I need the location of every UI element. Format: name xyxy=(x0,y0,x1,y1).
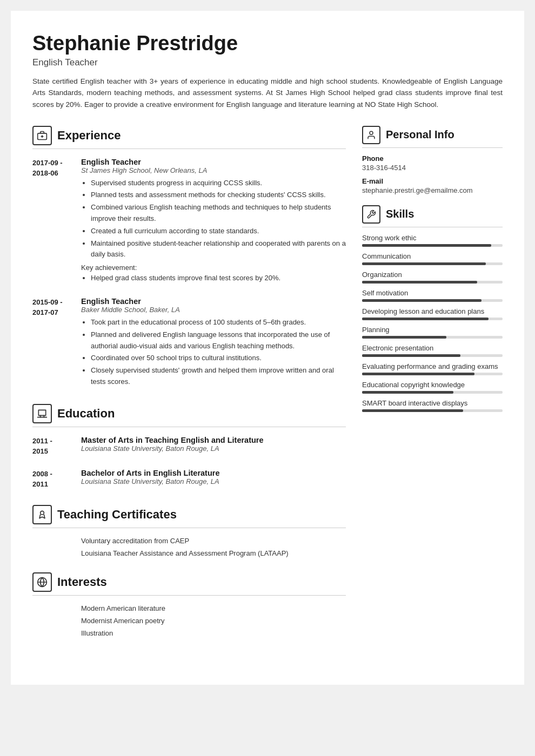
skills-divider xyxy=(362,227,503,227)
skill-item-4: Developing lesson and education plans xyxy=(362,307,503,320)
skill-name-2: Organization xyxy=(362,271,503,279)
skill-bar-bg-4 xyxy=(362,318,503,320)
education-header: Education xyxy=(32,404,346,423)
certificates-divider xyxy=(32,528,346,528)
entry-date-2: 2015-09 - 2017-07 xyxy=(32,297,76,389)
bullets-2: Took part in the educational process of … xyxy=(81,317,346,388)
skill-item-5: Planning xyxy=(362,326,503,339)
job-title-1: English Teacher xyxy=(81,158,346,166)
skill-name-8: Educational copyright knowledge xyxy=(362,381,503,389)
skill-bar-fill-9 xyxy=(362,409,463,412)
skill-name-4: Developing lesson and education plans xyxy=(362,307,503,315)
skill-bar-fill-3 xyxy=(362,299,482,302)
skill-bar-fill-1 xyxy=(362,262,486,265)
skill-item-8: Educational copyright knowledge xyxy=(362,381,503,394)
phone-value: 318-316-4514 xyxy=(362,164,503,172)
personal-info-title: Personal Info xyxy=(386,129,454,141)
key-achievement-label-1: Key achievement: xyxy=(81,264,346,272)
experience-section: Experience 2017-09 - 2018-06 English Tea… xyxy=(32,126,346,389)
interests-section: Interests Modern American literature Mod… xyxy=(32,572,346,637)
org-2: Baker Middle School, Baker, LA xyxy=(81,306,346,314)
skill-bar-bg-3 xyxy=(362,299,503,302)
cert-item-1: Voluntary accreditation from CAEP xyxy=(32,537,346,545)
skill-bar-fill-0 xyxy=(362,244,491,247)
header-section: Stephanie Prestridge English Teacher Sta… xyxy=(32,32,503,111)
skill-name-0: Strong work ethic xyxy=(362,234,503,242)
key-achievement-1: Helped grad class students improve final… xyxy=(81,273,346,284)
degree-2: Bachelor of Arts in English Literature xyxy=(81,469,346,477)
left-column: Experience 2017-09 - 2018-06 English Tea… xyxy=(32,126,346,652)
list-item: Helped grad class students improve final… xyxy=(91,273,346,284)
interest-item-2: Modernist American poetry xyxy=(32,617,346,625)
interests-divider xyxy=(32,595,346,596)
candidate-name: Stephanie Prestridge xyxy=(32,32,503,55)
skill-bar-bg-1 xyxy=(362,262,503,265)
skill-bar-fill-7 xyxy=(362,373,474,375)
education-entry-2: 2008 - 2011 Bachelor of Arts in English … xyxy=(32,469,346,490)
skill-bar-bg-7 xyxy=(362,373,503,375)
education-title: Education xyxy=(57,407,115,421)
education-entry-1: 2011 - 2015 Master of Arts in Teaching E… xyxy=(32,436,346,457)
list-item: Planned and delivered English language l… xyxy=(91,329,346,352)
entry-content-2: English Teacher Baker Middle School, Bak… xyxy=(81,297,346,389)
list-item: Combined various English teaching method… xyxy=(91,202,346,225)
skill-bar-bg-0 xyxy=(362,244,503,247)
edu-org-2: Louisiana State University, Baton Rouge,… xyxy=(81,477,346,485)
list-item: Closely supervised students' growth and … xyxy=(91,365,346,388)
cert-item-2: Louisiana Teacher Assistance and Assessm… xyxy=(32,549,346,557)
personal-info-section: Personal Info Phone 318-316-4514 E-mail … xyxy=(362,126,503,194)
job-title-2: English Teacher xyxy=(81,297,346,306)
skill-item-3: Self motivation xyxy=(362,289,503,302)
skill-bar-bg-5 xyxy=(362,336,503,339)
interests-header: Interests xyxy=(32,572,346,592)
skills-container: Strong work ethicCommunicationOrganizati… xyxy=(362,234,503,412)
bullets-1: Supervised students progress in acquirin… xyxy=(81,178,346,261)
experience-title: Experience xyxy=(57,129,121,143)
education-icon xyxy=(32,404,52,423)
org-1: St James High School, New Orleans, LA xyxy=(81,166,346,174)
skills-title: Skills xyxy=(386,208,414,220)
skills-header: Skills xyxy=(362,205,503,224)
svg-point-6 xyxy=(370,131,373,134)
list-item: Created a full curriculum according to s… xyxy=(91,226,346,237)
list-item: Maintained positive student-teacher rela… xyxy=(91,238,346,261)
skill-bar-bg-6 xyxy=(362,354,503,357)
certificates-header: Teaching Certificates xyxy=(32,505,346,524)
skill-item-7: Evaluating performance and grading exams xyxy=(362,362,503,375)
personal-info-header: Personal Info xyxy=(362,126,503,144)
interests-title: Interests xyxy=(57,575,107,589)
main-layout: Experience 2017-09 - 2018-06 English Tea… xyxy=(32,126,503,652)
education-section: Education 2011 - 2015 Master of Arts in … xyxy=(32,404,346,490)
interest-item-1: Modern American literature xyxy=(32,604,346,612)
interest-item-3: Illustration xyxy=(32,629,346,637)
edu-content-2: Bachelor of Arts in English Literature L… xyxy=(81,469,346,490)
skill-bar-fill-5 xyxy=(362,336,446,339)
skill-name-9: SMART board interactive displays xyxy=(362,399,503,407)
skill-item-9: SMART board interactive displays xyxy=(362,399,503,412)
skill-name-5: Planning xyxy=(362,326,503,334)
skill-bar-fill-2 xyxy=(362,281,477,284)
list-item: Supervised students progress in acquirin… xyxy=(91,178,346,189)
list-item: Planned tests and assessment methods for… xyxy=(91,190,346,201)
edu-date-2: 2008 - 2011 xyxy=(32,469,76,490)
skill-item-0: Strong work ethic xyxy=(362,234,503,247)
email-label: E-mail xyxy=(362,177,503,185)
candidate-title: English Teacher xyxy=(32,57,503,68)
personal-info-divider xyxy=(362,147,503,148)
skill-name-7: Evaluating performance and grading exams xyxy=(362,362,503,370)
personal-info-icon xyxy=(362,126,380,144)
edu-org-1: Louisiana State University, Baton Rouge,… xyxy=(81,444,346,453)
skills-section: Skills Strong work ethicCommunicationOrg… xyxy=(362,205,503,412)
skill-item-6: Electronic presentation xyxy=(362,344,503,357)
skill-bar-fill-6 xyxy=(362,354,460,357)
skill-item-1: Communication xyxy=(362,252,503,265)
resume-container: Stephanie Prestridge English Teacher Sta… xyxy=(11,11,524,685)
svg-point-3 xyxy=(41,511,44,515)
education-divider xyxy=(32,427,346,427)
entry-date-1: 2017-09 - 2018-06 xyxy=(32,158,76,285)
experience-entry-2: 2015-09 - 2017-07 English Teacher Baker … xyxy=(32,297,346,389)
certificates-title: Teaching Certificates xyxy=(57,508,177,522)
skills-icon xyxy=(362,205,380,224)
skill-name-1: Communication xyxy=(362,252,503,260)
skill-bar-bg-9 xyxy=(362,409,503,412)
